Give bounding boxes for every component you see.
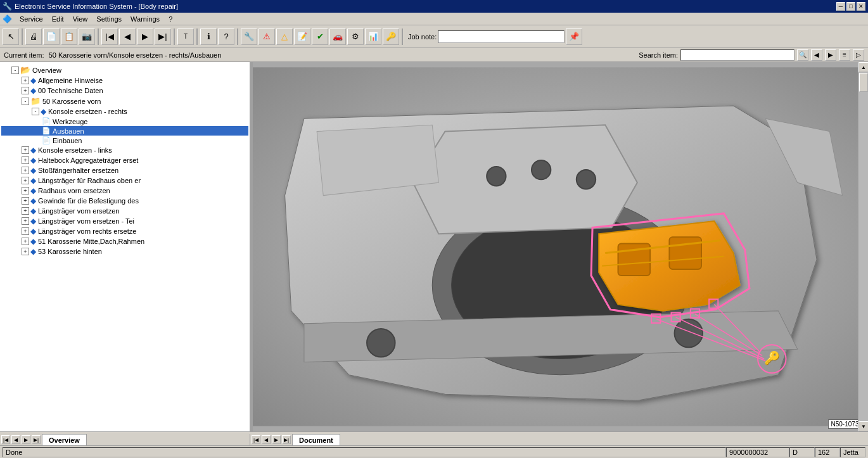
tab-overview-label: Overview — [49, 436, 80, 444]
expander-overview[interactable]: - — [11, 67, 19, 74]
tab-nav-doc-first[interactable]: |◀ — [252, 435, 260, 444]
folder-blue-icon: 📁 — [30, 96, 41, 106]
expander-technische[interactable]: + — [22, 87, 29, 94]
expander-haltebock[interactable]: + — [22, 156, 29, 164]
expander-karosserie53[interactable]: + — [22, 248, 29, 255]
tree-item-overview[interactable]: - 📂 Overview — [1, 65, 248, 75]
expander-langsträger-vorn-tei[interactable]: + — [22, 217, 29, 225]
tab-nav-doc-prev[interactable]: ◀ — [262, 435, 271, 444]
tb-info-icon[interactable]: ℹ — [200, 29, 217, 45]
search-close-button[interactable]: ▷ — [853, 49, 864, 61]
tree-item-einbauen[interactable]: 📄 Einbauen — [1, 136, 248, 145]
expander-konsole-links[interactable]: + — [22, 146, 29, 154]
tb-print-icon[interactable]: 🖨 — [25, 29, 42, 45]
tab-nav-doc-last[interactable]: ▶| — [282, 435, 291, 444]
tree-item-karosserie51[interactable]: + ◆ 51 Karosserie Mitte,Dach,Rahmen — [1, 236, 248, 246]
tab-nav-prev[interactable]: ◀ — [11, 435, 20, 444]
tb-file-icon[interactable]: 📄 — [43, 29, 60, 45]
tb-camera-icon[interactable]: 📷 — [79, 29, 95, 45]
tree-item-radhaus[interactable]: + ◆ Radhaus vorn ersetzen — [1, 186, 248, 196]
tb-help-icon[interactable]: ? — [218, 29, 234, 45]
tab-nav-next[interactable]: ▶ — [22, 435, 30, 444]
tree-item-ausbauen[interactable]: 📄 Ausbauen — [1, 126, 248, 136]
tab-nav-last[interactable]: ▶| — [32, 435, 41, 444]
tb-next-icon[interactable]: ▶ — [137, 29, 153, 45]
scroll-up-button[interactable]: ▲ — [858, 62, 868, 72]
search-button[interactable]: 🔍 — [797, 49, 808, 61]
menu-warnings[interactable]: Warnings — [127, 14, 163, 24]
tb-last-icon[interactable]: ▶| — [155, 29, 171, 45]
maximize-button[interactable]: □ — [846, 2, 855, 11]
expander-langsträger-vorn[interactable]: + — [22, 207, 29, 215]
tb-scan-icon[interactable]: 📊 — [365, 29, 381, 45]
search-options-button[interactable]: ≡ — [839, 49, 850, 61]
menu-view[interactable]: View — [69, 14, 92, 24]
expander-gewinde[interactable]: + — [22, 197, 29, 205]
tb-prev-icon[interactable]: ◀ — [119, 29, 136, 45]
tb-wrench-icon[interactable]: 🔧 — [241, 29, 257, 45]
tb-first-icon[interactable]: |◀ — [101, 29, 118, 45]
search-prev-button[interactable]: ◀ — [811, 49, 822, 61]
tree-item-langsträger-vorn[interactable]: + ◆ Längsträger vorn ersetzen — [1, 206, 248, 216]
menu-edit[interactable]: Edit — [48, 14, 68, 24]
tab-nav-first[interactable]: |◀ — [1, 435, 10, 444]
blue-diamond-icon-7: ◆ — [30, 176, 36, 185]
tree-item-haltebock[interactable]: + ◆ Haltebock Aggregateträger erset — [1, 155, 248, 165]
tb-car-icon[interactable]: 🚗 — [329, 29, 346, 45]
expander-langsträger-rechts[interactable]: + — [22, 227, 29, 235]
tree-item-werkzeuge[interactable]: 📄 Werkzeuge — [1, 117, 248, 126]
expander-konsole-rechts[interactable]: - — [32, 108, 39, 115]
tree-item-karosserie53[interactable]: + ◆ 53 Karosserie hinten — [1, 246, 248, 257]
tb-warning-icon[interactable]: ⚠ — [258, 29, 275, 45]
tree-item-konsole-links[interactable]: + ◆ Konsole ersetzen - links — [1, 145, 248, 155]
tb-arrow-icon[interactable]: ↖ — [3, 29, 19, 45]
tab-nav-doc-next[interactable]: ▶ — [272, 435, 281, 444]
menu-help[interactable]: ? — [165, 14, 176, 24]
tree-item-technische[interactable]: + ◆ 00 Technische Daten — [1, 86, 248, 96]
minimize-button[interactable]: ─ — [836, 2, 845, 11]
statusbar-top: Current item: 50 Karosserie vorn/Konsole… — [0, 48, 868, 62]
expander-radhaus[interactable]: + — [22, 187, 29, 194]
status-type: D — [789, 447, 815, 457]
tb-green-icon[interactable]: ✔ — [312, 29, 328, 45]
tree-item-allgemeine[interactable]: + ◆ Allgemeine Hinweise — [1, 75, 248, 86]
tree-item-gewinde[interactable]: + ◆ Gewinde für die Befestigung des — [1, 196, 248, 206]
expander-stossfanger[interactable]: + — [22, 167, 29, 174]
tree-item-karosserie50[interactable]: - 📁 50 Karosserie vorn — [1, 96, 248, 106]
tree-item-langsträger-radhaus[interactable]: + ◆ Längsträger für Radhaus oben er — [1, 175, 248, 186]
scroll-down-button[interactable]: ▼ — [858, 421, 868, 431]
svg-point-6 — [367, 329, 395, 357]
job-note-input[interactable] — [438, 30, 565, 43]
svg-rect-9 — [669, 237, 701, 269]
tb-note-icon[interactable]: 📝 — [294, 29, 310, 45]
tree-label-karosserie50: 50 Karosserie vorn — [42, 98, 101, 105]
tb-extra-icon[interactable]: 🔑 — [383, 29, 399, 45]
tb-text-icon[interactable]: T — [177, 29, 194, 45]
menu-settings[interactable]: Settings — [93, 14, 125, 24]
search-item-input[interactable] — [680, 49, 795, 61]
svg-point-4 — [532, 160, 551, 179]
expander-karosserie51[interactable]: + — [22, 238, 29, 245]
expander-karosserie50[interactable]: - — [22, 98, 29, 105]
blue-diamond-icon-13: ◆ — [30, 237, 36, 246]
tree-item-stossfanger[interactable]: + ◆ Stoßfängerhalter ersetzen — [1, 165, 248, 175]
tb-note-action-icon[interactable]: 📌 — [566, 29, 582, 45]
tb-gear-icon[interactable]: ⚙ — [347, 29, 364, 45]
tree-label-allgemeine: Allgemeine Hinweise — [38, 77, 103, 84]
tb-file2-icon[interactable]: 📋 — [61, 29, 77, 45]
tree-item-konsole-rechts[interactable]: - ◆ Konsole ersetzen - rechts — [1, 106, 248, 117]
tree-item-langsträger-rechts[interactable]: + ◆ Längsträger vorn rechts ersetze — [1, 226, 248, 236]
search-next-button[interactable]: ▶ — [825, 49, 836, 61]
status-docid-text: 9000000032 — [729, 448, 768, 456]
expander-allgemeine[interactable]: + — [22, 77, 29, 84]
tab-overview[interactable]: Overview — [42, 434, 87, 445]
tab-document[interactable]: Document — [292, 434, 340, 445]
status-number: 162 — [815, 447, 840, 457]
bottom-tabs: |◀ ◀ ▶ ▶| Overview |◀ ◀ ▶ ▶| Document — [0, 431, 868, 445]
close-button[interactable]: ✕ — [857, 2, 865, 11]
scroll-thumb[interactable] — [859, 73, 868, 92]
tb-caution-icon[interactable]: △ — [276, 29, 293, 45]
expander-langsträger-radhaus[interactable]: + — [22, 177, 29, 184]
menu-service[interactable]: Service — [16, 14, 47, 24]
tree-item-langsträger-vorn-tei[interactable]: + ◆ Längsträger vorn ersetzen - Tei — [1, 216, 248, 226]
